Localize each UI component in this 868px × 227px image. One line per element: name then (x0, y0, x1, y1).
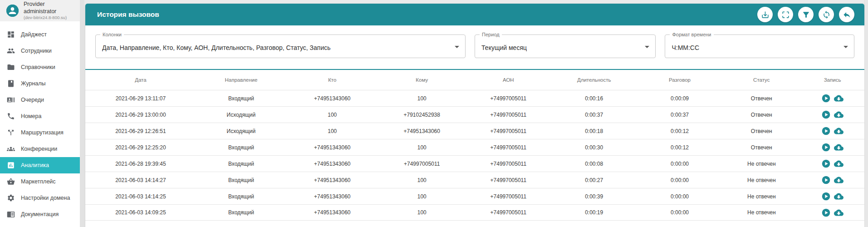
cell-direction: Входящий (196, 209, 286, 216)
user-block[interactable]: Provider administrator (dev-bitrix24.8-8… (0, 0, 80, 21)
play-icon (821, 159, 831, 168)
play-record-button[interactable] (821, 110, 831, 119)
cell-caller-id: +74997005011 (466, 95, 551, 102)
filter-button[interactable] (798, 7, 814, 22)
period-select-value: Текущий месяц (481, 44, 527, 51)
sidebar-item-digest[interactable]: Дайджест (0, 26, 80, 43)
download-record-button[interactable] (834, 208, 843, 217)
sidebar-item-queues[interactable]: Очереди (0, 92, 80, 108)
sidebar-item-domain-settings[interactable]: Настройки домена (0, 190, 80, 206)
sidebar-item-label: Сотрудники (21, 48, 52, 54)
bar-chart-icon (7, 161, 15, 169)
table-row: 2021-06-29 13:00:00Исходящий100+79102452… (85, 106, 864, 123)
reply-icon (843, 10, 851, 19)
user-domain: (dev-bitrix24.8-800.su) (24, 15, 74, 20)
cell-from: +74951343060 (286, 193, 378, 200)
sidebar-item-analytics[interactable]: Аналитика (0, 157, 80, 173)
play-record-button[interactable] (821, 208, 831, 217)
refresh-button[interactable] (819, 7, 834, 22)
cloud-download-icon (834, 143, 843, 152)
cell-duration: 0:00:18 (551, 128, 637, 134)
columns-select[interactable]: Колонки Дата, Направление, Кто, Кому, АО… (95, 35, 466, 58)
period-select-label: Период (480, 32, 502, 37)
cell-caller-id: +74997005011 (466, 209, 551, 216)
sync-icon (822, 10, 831, 19)
call-split-icon (7, 128, 15, 137)
cell-talk-time: 0:00:09 (637, 95, 723, 102)
play-record-button[interactable] (821, 192, 831, 201)
cell-date: 2021-06-29 12:25:20 (85, 144, 196, 151)
time-format-select[interactable]: Формат времени Ч:ММ:СС (665, 35, 854, 58)
page-title: История вызовов (97, 10, 159, 19)
docs-icon (7, 210, 15, 218)
header-actions (757, 7, 854, 22)
download-record-button[interactable] (834, 159, 843, 168)
sidebar-item-directories[interactable]: Справочники (0, 59, 80, 75)
download-record-button[interactable] (834, 94, 843, 103)
page-scrollbar[interactable] (864, 0, 868, 227)
table-row: 2021-06-29 12:26:51Исходящий100+74951343… (85, 123, 864, 139)
cell-record (800, 126, 864, 136)
sidebar-item-marketplace[interactable]: Маркетплейс (0, 173, 80, 190)
sidebar-item-numbers[interactable]: Номера (0, 108, 80, 124)
period-select[interactable]: Период Текущий месяц (475, 35, 656, 58)
gear-icon (7, 194, 15, 202)
cell-date: 2021-06-29 12:26:51 (85, 128, 196, 134)
download-record-button[interactable] (834, 143, 843, 152)
cell-status: Не отвечен (722, 193, 800, 200)
cell-record (800, 143, 864, 152)
download-record-button[interactable] (834, 110, 843, 119)
cell-from: +74951343060 (286, 144, 378, 151)
back-button[interactable] (839, 7, 854, 22)
cell-talk-time: 0:00:37 (637, 112, 723, 118)
cell-status: Не отвечен (722, 161, 800, 167)
cell-date: 2021-06-03 14:14:27 (85, 177, 196, 183)
column-header-from: Кто (286, 77, 378, 83)
download-record-button[interactable] (834, 192, 843, 201)
column-header-direction: Направление (196, 77, 286, 83)
cell-date: 2021-06-29 13:00:00 (85, 112, 196, 118)
download-record-button[interactable] (834, 175, 843, 185)
cell-record (800, 175, 864, 185)
play-record-button[interactable] (821, 126, 831, 136)
sidebar-scrollbar[interactable] (80, 0, 84, 227)
fullscreen-button[interactable] (778, 7, 793, 22)
download-record-button[interactable] (834, 126, 843, 136)
table-row: 2021-06-03 14:14:27Входящий+749513430601… (85, 172, 864, 188)
export-button[interactable] (757, 7, 773, 22)
sidebar-item-conferences[interactable]: Конференции (0, 141, 80, 157)
cell-from: +74951343060 (286, 209, 378, 216)
chevron-down-icon (455, 46, 459, 48)
play-record-button[interactable] (821, 143, 831, 152)
sidebar-item-routing[interactable]: Маршрутизация (0, 124, 80, 141)
call-history-table: 2021-06-29 13:11:07Входящий+749513430601… (85, 90, 864, 221)
cell-to: +74997005011 (378, 161, 466, 167)
play-record-button[interactable] (821, 159, 831, 168)
cell-from: +74951343060 (286, 161, 378, 167)
cell-duration: 0:00:37 (551, 112, 637, 118)
play-record-button[interactable] (821, 175, 831, 185)
cell-record (800, 159, 864, 168)
cell-caller-id: +74997005011 (466, 112, 551, 118)
cloud-download-icon (834, 208, 843, 217)
sidebar-item-journals[interactable]: Журналы (0, 75, 80, 92)
cell-from: 100 (286, 112, 378, 118)
cloud-download-icon (834, 94, 843, 103)
chevron-down-icon (843, 46, 848, 48)
cell-talk-time: 0:00:12 (637, 144, 723, 151)
sidebar-item-label: Очереди (21, 97, 44, 103)
call-history-panel: История вызовов Колонки Дата, Направлени… (85, 4, 864, 227)
cell-status: Не отвечен (722, 177, 800, 183)
sidebar-item-label: Настройки домена (21, 195, 70, 201)
sidebar-item-employees[interactable]: Сотрудники (0, 43, 80, 59)
cell-from: +74951343060 (286, 95, 378, 102)
time-format-select-value: Ч:ММ:СС (672, 44, 699, 51)
columns-select-value: Дата, Направление, Кто, Кому, АОН, Длите… (102, 44, 331, 51)
cell-status: Не отвечен (722, 209, 800, 216)
cell-status: Отвечен (722, 95, 800, 102)
cell-duration: 0:00:30 (551, 144, 637, 151)
cell-duration: 0:00:08 (551, 161, 637, 167)
play-record-button[interactable] (821, 94, 831, 103)
sidebar-item-documentation[interactable]: Документация (0, 206, 80, 222)
cloud-download-icon (834, 192, 843, 201)
